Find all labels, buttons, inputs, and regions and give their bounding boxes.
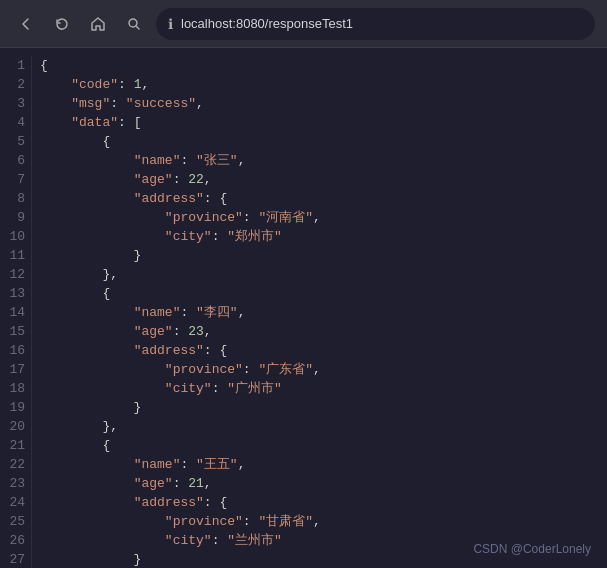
code-line-17: "province": "广东省", xyxy=(40,360,599,379)
code-line-13: { xyxy=(40,284,599,303)
line-number-25: 25 xyxy=(6,512,25,531)
line-number-10: 10 xyxy=(6,227,25,246)
line-number-4: 4 xyxy=(6,113,25,132)
code-line-7: "age": 22, xyxy=(40,170,599,189)
code-line-10: "city": "郑州市" xyxy=(40,227,599,246)
code-line-20: }, xyxy=(40,417,599,436)
code-line-16: "address": { xyxy=(40,341,599,360)
code-line-21: { xyxy=(40,436,599,455)
line-number-3: 3 xyxy=(6,94,25,113)
code-line-6: "name": "张三", xyxy=(40,151,599,170)
code-line-8: "address": { xyxy=(40,189,599,208)
url-text: localhost:8080/responseTest1 xyxy=(181,16,353,31)
code-line-4: "data": [ xyxy=(40,113,599,132)
json-viewer: 1234567891011121314151617181920212223242… xyxy=(0,56,607,568)
line-number-22: 22 xyxy=(6,455,25,474)
line-number-15: 15 xyxy=(6,322,25,341)
line-number-5: 5 xyxy=(6,132,25,151)
reload-button[interactable] xyxy=(48,10,76,38)
line-numbers: 1234567891011121314151617181920212223242… xyxy=(0,56,32,568)
watermark: CSDN @CoderLonely xyxy=(473,542,591,556)
code-line-15: "age": 23, xyxy=(40,322,599,341)
line-number-14: 14 xyxy=(6,303,25,322)
code-line-5: { xyxy=(40,132,599,151)
home-button[interactable] xyxy=(84,10,112,38)
line-number-18: 18 xyxy=(6,379,25,398)
code-line-24: "address": { xyxy=(40,493,599,512)
line-number-20: 20 xyxy=(6,417,25,436)
browser-toolbar: ℹ localhost:8080/responseTest1 xyxy=(0,0,607,48)
line-number-8: 8 xyxy=(6,189,25,208)
line-number-23: 23 xyxy=(6,474,25,493)
code-line-25: "province": "甘肃省", xyxy=(40,512,599,531)
line-number-24: 24 xyxy=(6,493,25,512)
line-number-1: 1 xyxy=(6,56,25,75)
line-number-11: 11 xyxy=(6,246,25,265)
info-icon: ℹ xyxy=(168,16,173,32)
line-number-27: 27 xyxy=(6,550,25,568)
line-number-16: 16 xyxy=(6,341,25,360)
code-line-22: "name": "王五", xyxy=(40,455,599,474)
code-line-14: "name": "李四", xyxy=(40,303,599,322)
code-line-18: "city": "广州市" xyxy=(40,379,599,398)
code-line-3: "msg": "success", xyxy=(40,94,599,113)
back-button[interactable] xyxy=(12,10,40,38)
address-bar[interactable]: ℹ localhost:8080/responseTest1 xyxy=(156,8,595,40)
line-number-7: 7 xyxy=(6,170,25,189)
line-number-21: 21 xyxy=(6,436,25,455)
code-line-1: { xyxy=(40,56,599,75)
code-content: { "code": 1, "msg": "success", "data": [… xyxy=(40,56,607,568)
svg-point-0 xyxy=(129,19,137,27)
line-number-6: 6 xyxy=(6,151,25,170)
browser-content: 1234567891011121314151617181920212223242… xyxy=(0,48,607,568)
code-line-11: } xyxy=(40,246,599,265)
line-number-12: 12 xyxy=(6,265,25,284)
line-number-19: 19 xyxy=(6,398,25,417)
code-line-23: "age": 21, xyxy=(40,474,599,493)
search-button[interactable] xyxy=(120,10,148,38)
code-line-2: "code": 1, xyxy=(40,75,599,94)
code-line-19: } xyxy=(40,398,599,417)
line-number-9: 9 xyxy=(6,208,25,227)
line-number-13: 13 xyxy=(6,284,25,303)
line-number-2: 2 xyxy=(6,75,25,94)
code-line-12: }, xyxy=(40,265,599,284)
code-line-9: "province": "河南省", xyxy=(40,208,599,227)
line-number-26: 26 xyxy=(6,531,25,550)
line-number-17: 17 xyxy=(6,360,25,379)
